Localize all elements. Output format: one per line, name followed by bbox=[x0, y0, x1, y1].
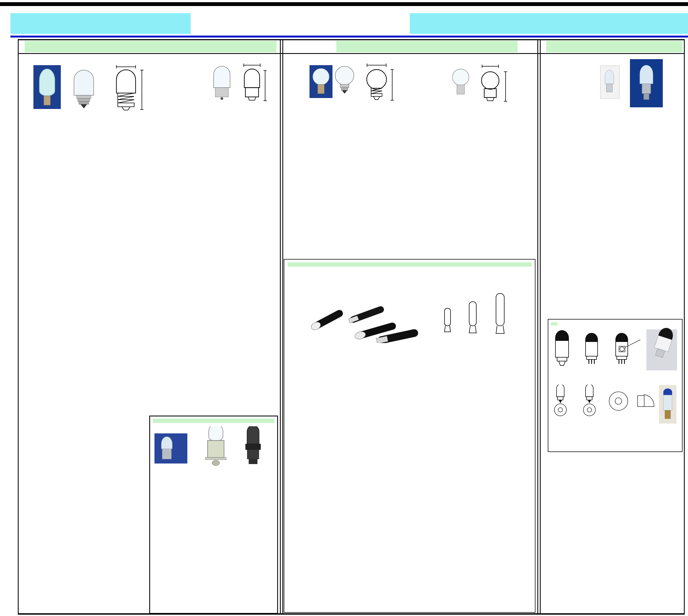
telephone-type-diagrams bbox=[436, 292, 527, 341]
indicator-bulb-photos bbox=[154, 426, 275, 470]
tubular-bayonet-bulb-illustration bbox=[203, 62, 275, 104]
frame-line bbox=[18, 613, 685, 615]
exciter-lamp-diagrams bbox=[550, 384, 679, 426]
frame-line bbox=[18, 39, 19, 615]
projector-title bbox=[551, 322, 558, 326]
column-divider bbox=[540, 39, 541, 615]
miniature-lamp-photos bbox=[600, 58, 671, 111]
section-b-header bbox=[336, 41, 518, 52]
frame-line bbox=[18, 39, 685, 40]
section-c-header bbox=[546, 41, 683, 52]
telephone-lamps-box bbox=[284, 259, 535, 613]
frame-line bbox=[684, 39, 685, 615]
column-divider bbox=[282, 39, 283, 615]
section-a-header bbox=[25, 41, 277, 52]
header-rule bbox=[10, 36, 688, 38]
page-top-edge bbox=[0, 2, 688, 6]
tubular-screw-bulbs-illustration bbox=[33, 64, 148, 111]
projector-lamp-diagrams bbox=[550, 327, 679, 382]
multilingual-title-box bbox=[191, 12, 410, 35]
telephone-header bbox=[287, 262, 532, 267]
telephone-lamp-photos bbox=[295, 298, 424, 343]
projector-lamps-box bbox=[548, 319, 683, 452]
column-divider bbox=[280, 39, 281, 615]
indicator-lamps-box bbox=[149, 416, 278, 614]
globular-bayonet-bulb-illustration bbox=[449, 64, 531, 105]
frame-line bbox=[18, 53, 685, 54]
column-divider bbox=[537, 39, 538, 615]
globular-screw-bulbs-illustration bbox=[309, 62, 404, 110]
catalog-page bbox=[0, 0, 688, 616]
miniature-diagram-row bbox=[545, 114, 683, 158]
indicator-header bbox=[153, 419, 275, 423]
